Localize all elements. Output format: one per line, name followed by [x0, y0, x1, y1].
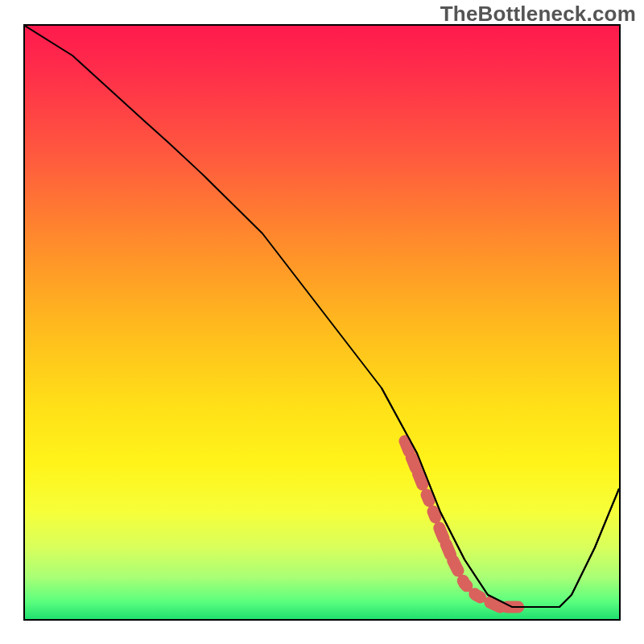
watermark-text: TheBottleneck.com: [440, 2, 636, 27]
chart-frame: TheBottleneck.com: [0, 0, 644, 644]
plot-border: [23, 24, 621, 621]
